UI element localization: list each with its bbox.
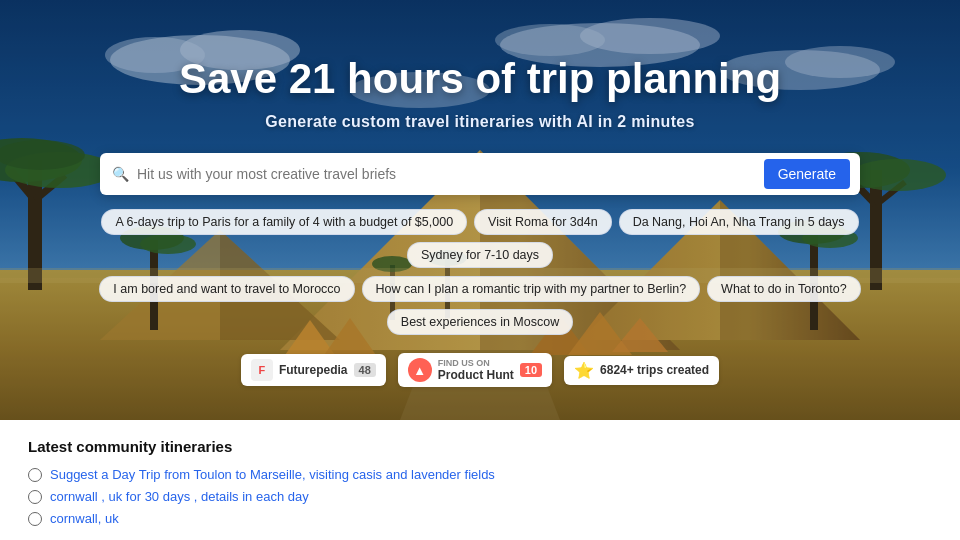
chips-row-1: A 6-days trip to Paris for a family of 4… [80, 209, 880, 268]
chips-row-2: I am bored and want to travel to Morocco… [80, 276, 880, 335]
chip-4[interactable]: I am bored and want to travel to Morocco [99, 276, 354, 302]
hero-title: Save 21 hours of trip planning [179, 55, 781, 103]
trips-label: 6824+ trips created [600, 363, 709, 377]
chip-5[interactable]: How can I plan a romantic trip with my p… [362, 276, 701, 302]
trips-badge[interactable]: ⭐ 6824+ trips created [564, 356, 719, 385]
producthunt-icon: ▲ [408, 358, 432, 382]
futurepedia-icon: F [251, 359, 273, 381]
community-section: Latest community itineraries Suggest a D… [0, 420, 960, 540]
futurepedia-badge[interactable]: F Futurepedia 48 [241, 354, 386, 386]
search-bar: 🔍 Generate [100, 153, 860, 195]
chip-6[interactable]: What to do in Toronto? [707, 276, 861, 302]
chip-7[interactable]: Best experiences in Moscow [387, 309, 573, 335]
itinerary-text-2: cornwall, uk [50, 511, 119, 526]
itinerary-item-0[interactable]: Suggest a Day Trip from Toulon to Marsei… [28, 467, 932, 482]
bullet-icon-1 [28, 490, 42, 504]
producthunt-prefix: FIND US ON [438, 359, 514, 368]
search-input[interactable] [137, 166, 764, 182]
hero-section: Save 21 hours of trip planning Generate … [0, 0, 960, 420]
hero-subtitle: Generate custom travel itineraries with … [265, 113, 694, 131]
chip-2[interactable]: Da Nang, Hoi An, Nha Trang in 5 days [619, 209, 859, 235]
generate-button[interactable]: Generate [764, 159, 850, 189]
chip-1[interactable]: Visit Roma for 3d4n [474, 209, 612, 235]
producthunt-count: 10 [520, 363, 542, 377]
bullet-icon-2 [28, 512, 42, 526]
search-icon: 🔍 [112, 166, 129, 182]
chip-3[interactable]: Sydney for 7-10 days [407, 242, 553, 268]
badges-row: F Futurepedia 48 ▲ FIND US ON Product Hu… [241, 353, 719, 387]
community-title: Latest community itineraries [28, 438, 932, 455]
producthunt-text: FIND US ON Product Hunt [438, 359, 514, 382]
star-icon: ⭐ [574, 361, 594, 380]
itinerary-list: Suggest a Day Trip from Toulon to Marsei… [28, 467, 932, 526]
itinerary-item-2[interactable]: cornwall, uk [28, 511, 932, 526]
futurepedia-label: Futurepedia [279, 363, 348, 377]
bullet-icon-0 [28, 468, 42, 482]
hero-content: Save 21 hours of trip planning Generate … [0, 0, 960, 420]
producthunt-label: Product Hunt [438, 368, 514, 382]
producthunt-badge[interactable]: ▲ FIND US ON Product Hunt 10 [398, 353, 552, 387]
itinerary-text-0: Suggest a Day Trip from Toulon to Marsei… [50, 467, 495, 482]
itinerary-item-1[interactable]: cornwall , uk for 30 days , details in e… [28, 489, 932, 504]
futurepedia-count: 48 [354, 363, 376, 377]
chip-0[interactable]: A 6-days trip to Paris for a family of 4… [101, 209, 467, 235]
itinerary-text-1: cornwall , uk for 30 days , details in e… [50, 489, 309, 504]
